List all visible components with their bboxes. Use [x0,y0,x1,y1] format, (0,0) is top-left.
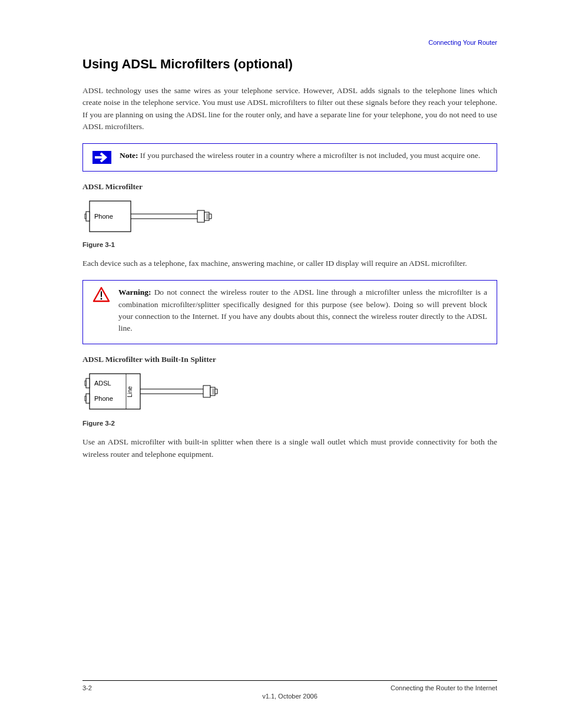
figure-2-caption: Figure 3-2 [82,420,497,427]
fig2-phone-label: Phone [94,395,113,402]
warning-callout: Warning: Do not connect the wireless rou… [82,280,497,344]
svg-rect-13 [86,378,90,388]
page-title: Using ADSL Microfilters (optional) [82,57,497,72]
figure-1: Phone [82,196,497,236]
footer-chapter: Connecting the Router to the Internet [391,684,497,691]
fig2-adsl-label: ADSL [94,380,111,387]
microfilter-paragraph: Each device such as a telephone, fax mac… [82,258,497,269]
svg-rect-20 [203,386,210,397]
svg-rect-16 [85,396,86,401]
warning-icon [92,286,110,303]
warning-body: Do not connect the wireless router to th… [118,288,487,332]
footer-version: v1.1, October 2006 [262,693,318,700]
svg-rect-15 [86,394,90,403]
svg-rect-14 [85,381,86,386]
note-arrow-icon [92,151,111,164]
subhead-splitter: ADSL Microfilter with Built-In Splitter [82,355,497,364]
figure-1-caption: Figure 3-1 [82,241,497,248]
subhead-microfilter: ADSL Microfilter [82,182,497,192]
document-page: Connecting Your Router Using ADSL Microf… [0,0,562,728]
note-label: Note: [120,151,138,160]
svg-point-11 [101,298,103,300]
warning-text: Warning: Do not connect the wireless rou… [118,286,487,334]
warning-label: Warning: [118,288,151,297]
page-footer: 3-2 Connecting the Router to the Interne… [82,680,497,700]
footer-page-num: 3-2 [82,684,92,691]
fig1-phone-label: Phone [94,213,113,220]
svg-rect-2 [86,212,90,221]
figure-2: ADSL Phone Line [82,369,497,415]
fig2-line-label: Line [127,386,133,397]
svg-rect-6 [197,210,204,222]
note-callout: Note: If you purchased the wireless rout… [82,143,497,172]
svg-rect-3 [85,214,86,219]
note-text: Note: If you purchased the wireless rout… [120,150,487,162]
breadcrumb: Connecting Your Router [428,39,497,46]
splitter-paragraph: Use an ADSL microfilter with built-in sp… [82,436,497,460]
note-body: If you purchased the wireless router in … [140,151,480,160]
intro-paragraph: ADSL technology uses the same wires as y… [82,85,497,133]
